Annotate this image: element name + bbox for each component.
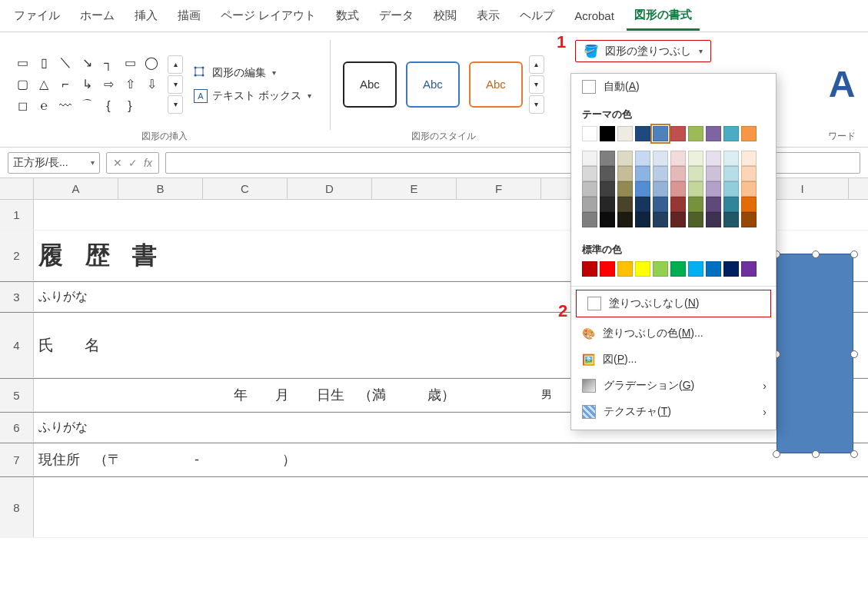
chevron-down-icon[interactable]: ▾: [91, 158, 95, 167]
edit-shape-button[interactable]: 図形の編集 ▾: [188, 63, 318, 83]
color-swatch[interactable]: [582, 212, 597, 227]
color-swatch[interactable]: [617, 151, 633, 166]
color-swatch[interactable]: [688, 212, 703, 227]
style-gallery[interactable]: Abc Abc Abc: [343, 61, 523, 108]
color-swatch[interactable]: [688, 166, 703, 181]
col-B[interactable]: B: [118, 178, 203, 199]
shape-free-icon[interactable]: 〰: [55, 96, 75, 116]
shape-rect-icon[interactable]: ▭: [120, 53, 140, 73]
no-fill-item[interactable]: 塗りつぶしなし(N): [576, 290, 771, 317]
tab-shape-format[interactable]: 図形の書式: [627, 2, 700, 31]
color-swatch[interactable]: [706, 151, 721, 166]
color-swatch[interactable]: [653, 126, 668, 141]
color-swatch[interactable]: [670, 166, 686, 181]
textbox-button[interactable]: A テキスト ボックス ▾: [188, 86, 318, 106]
gallery-down-button[interactable]: ▾: [168, 75, 183, 94]
texture-fill-item[interactable]: テクスチャ(T) ›: [571, 399, 776, 425]
color-swatch[interactable]: [635, 197, 650, 212]
color-swatch[interactable]: [741, 181, 757, 197]
color-swatch[interactable]: [741, 261, 757, 277]
color-swatch[interactable]: [670, 197, 686, 212]
color-swatch[interactable]: [635, 212, 650, 227]
color-swatch[interactable]: [617, 261, 633, 277]
style-preset-2[interactable]: Abc: [406, 61, 460, 108]
shape-arrowline-icon[interactable]: ↘: [77, 53, 97, 73]
tab-acrobat[interactable]: Acrobat: [567, 3, 622, 28]
color-swatch[interactable]: [617, 197, 633, 212]
color-swatch[interactable]: [670, 261, 686, 277]
enter-button[interactable]: ✓: [128, 157, 138, 169]
color-swatch[interactable]: [741, 197, 757, 212]
shape-textbox-h-icon[interactable]: ▭: [12, 53, 32, 73]
color-swatch[interactable]: [723, 197, 739, 212]
color-swatch[interactable]: [635, 181, 650, 197]
color-swatch[interactable]: [635, 261, 650, 277]
shape-fill-split-button[interactable]: 🪣 図形の塗りつぶし ▾: [575, 40, 711, 62]
row-3[interactable]: 3: [0, 282, 34, 311]
tab-draw[interactable]: 描画: [170, 2, 208, 29]
resize-handle[interactable]: [850, 350, 858, 358]
color-swatch[interactable]: [723, 166, 739, 181]
tab-review[interactable]: 校閲: [426, 2, 464, 29]
col-D[interactable]: D: [288, 178, 372, 199]
style-preset-3[interactable]: Abc: [469, 61, 523, 108]
row-2[interactable]: 2: [0, 231, 34, 280]
col-A[interactable]: A: [34, 178, 118, 199]
shape-uparrow-icon[interactable]: ⇧: [120, 75, 140, 95]
color-swatch[interactable]: [706, 126, 721, 141]
style-down-button[interactable]: ▾: [529, 75, 544, 94]
resize-handle[interactable]: [773, 450, 780, 458]
wordart-icon[interactable]: A: [829, 66, 856, 103]
picture-fill-item[interactable]: 🖼️ 図(P)...: [571, 347, 776, 373]
color-swatch[interactable]: [617, 212, 633, 227]
tab-data[interactable]: データ: [371, 2, 421, 29]
color-swatch[interactable]: [706, 181, 721, 197]
select-all-corner[interactable]: [0, 178, 34, 199]
tab-formulas[interactable]: 数式: [328, 2, 367, 29]
color-swatch[interactable]: [653, 261, 668, 277]
col-E[interactable]: E: [372, 178, 457, 199]
tab-insert[interactable]: 挿入: [127, 2, 165, 29]
row-7[interactable]: 7: [0, 443, 34, 476]
gradient-fill-item[interactable]: グラデーション(G) ›: [571, 373, 776, 399]
color-swatch[interactable]: [688, 126, 703, 141]
tab-help[interactable]: ヘルプ: [512, 2, 562, 29]
shape-textbox-v-icon[interactable]: ▯: [34, 53, 54, 73]
shape-gallery[interactable]: ▭ ▯ ＼ ↘ ┐ ▭ ◯ ▢ △ ⌐ ↳ ⇨ ⇧ ⇩ ◻ ℮ 〰 ⌒ { }: [12, 53, 161, 116]
color-swatch[interactable]: [635, 126, 650, 141]
color-swatch[interactable]: [653, 197, 668, 212]
fx-button[interactable]: fx: [144, 157, 152, 169]
name-box[interactable]: 正方形/長... ▾: [8, 152, 100, 174]
shape-lbrace-icon[interactable]: {: [98, 96, 118, 116]
color-swatch[interactable]: [723, 261, 739, 277]
color-swatch[interactable]: [600, 197, 615, 212]
color-swatch[interactable]: [670, 212, 686, 227]
color-swatch[interactable]: [635, 166, 650, 181]
color-swatch[interactable]: [653, 212, 668, 227]
shape-rbrace-icon[interactable]: }: [120, 96, 140, 116]
color-swatch[interactable]: [600, 151, 615, 166]
color-swatch[interactable]: [723, 151, 739, 166]
resize-handle[interactable]: [850, 450, 858, 458]
color-swatch[interactable]: [723, 212, 739, 227]
color-swatch[interactable]: [600, 181, 615, 197]
color-swatch[interactable]: [688, 181, 703, 197]
color-swatch[interactable]: [600, 261, 615, 277]
shape-arc-icon[interactable]: ⌒: [77, 96, 97, 116]
color-swatch[interactable]: [653, 166, 668, 181]
tab-home[interactable]: ホーム: [72, 2, 122, 29]
style-up-button[interactable]: ▴: [529, 55, 544, 74]
shape-backarrow-icon[interactable]: ↳: [77, 75, 97, 95]
shape-curve-icon[interactable]: ℮: [34, 96, 54, 116]
color-swatch[interactable]: [635, 151, 650, 166]
color-swatch[interactable]: [617, 166, 633, 181]
shape-roundrect-icon[interactable]: ▢: [12, 75, 32, 95]
color-swatch[interactable]: [706, 197, 721, 212]
color-swatch[interactable]: [741, 212, 757, 227]
row-5[interactable]: 5: [0, 379, 34, 411]
tab-view[interactable]: 表示: [469, 2, 507, 29]
color-swatch[interactable]: [741, 126, 757, 141]
color-swatch[interactable]: [582, 126, 597, 141]
color-swatch[interactable]: [706, 261, 721, 277]
color-swatch[interactable]: [582, 181, 597, 197]
